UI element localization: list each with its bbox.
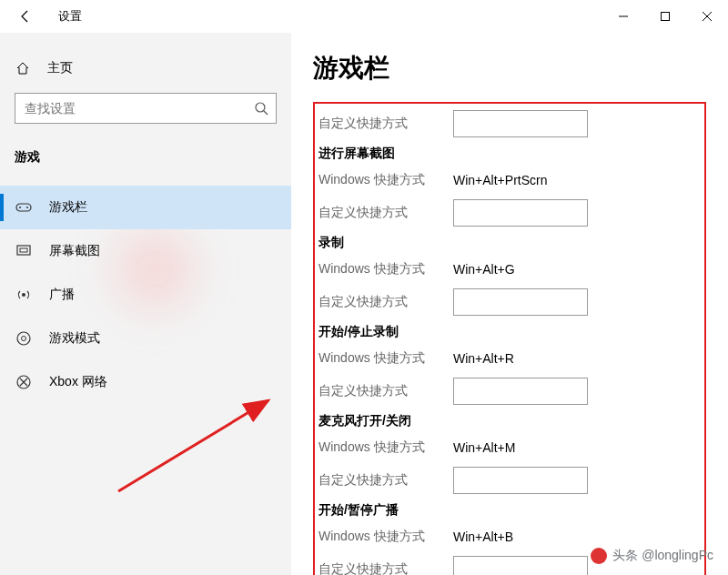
svg-rect-7: [17, 246, 30, 255]
windows-shortcut-value: Win+Alt+R: [453, 351, 514, 366]
watermark-text: 头条 @longlingPc: [612, 548, 713, 564]
group-title-broadcast: 开始/暂停广播: [318, 502, 701, 519]
custom-shortcut-label: 自定义快捷方式: [318, 383, 453, 399]
custom-shortcut-input-5[interactable]: [453, 556, 588, 575]
sidebar-item-xbox[interactable]: Xbox 网络: [0, 360, 291, 404]
windows-shortcut-value: Win+Alt+G: [453, 262, 515, 277]
custom-shortcut-label: 自定义快捷方式: [318, 561, 453, 575]
watermark-icon: [591, 548, 607, 564]
search-box[interactable]: [15, 93, 277, 124]
svg-rect-1: [662, 13, 670, 21]
highlight-box: 自定义快捷方式 进行屏幕截图 Windows 快捷方式 Win+Alt+PrtS…: [313, 102, 706, 575]
windows-shortcut-label: Windows 快捷方式: [318, 350, 453, 367]
content-area: 游戏栏 自定义快捷方式 进行屏幕截图 Windows 快捷方式 Win+Alt+…: [291, 33, 728, 575]
svg-point-5: [19, 207, 21, 208]
xbox-icon: [15, 373, 33, 391]
group-title-startstop: 开始/停止录制: [318, 324, 701, 340]
gamemode-icon: [15, 329, 33, 348]
home-icon: [15, 60, 31, 76]
screenshot-icon: [15, 242, 33, 260]
sidebar-item-screenshot[interactable]: 屏幕截图: [0, 229, 291, 273]
windows-shortcut-label: Windows 快捷方式: [318, 529, 453, 545]
watermark: 头条 @longlingPc: [591, 548, 713, 564]
custom-shortcut-input-1[interactable]: [453, 199, 588, 227]
windows-shortcut-label: Windows 快捷方式: [318, 261, 453, 277]
svg-line-3: [264, 111, 268, 115]
sidebar-item-gamemode[interactable]: 游戏模式: [0, 317, 291, 360]
windows-shortcut-value: Win+Alt+B: [453, 530, 513, 544]
home-label: 主页: [47, 60, 73, 76]
custom-shortcut-input-0[interactable]: [453, 110, 588, 137]
sidebar-item-broadcast[interactable]: 广播: [0, 273, 291, 317]
svg-point-10: [17, 332, 30, 345]
broadcast-icon: [15, 286, 33, 304]
custom-shortcut-input-4[interactable]: [453, 467, 588, 494]
page-title: 游戏栏: [313, 51, 706, 86]
svg-rect-4: [16, 204, 31, 211]
close-button[interactable]: [686, 2, 728, 31]
sidebar-item-label: 屏幕截图: [49, 243, 100, 259]
custom-shortcut-input-2[interactable]: [453, 288, 588, 316]
back-button[interactable]: [15, 5, 36, 27]
gamebar-icon: [15, 198, 33, 217]
sidebar-item-label: 广播: [49, 287, 75, 303]
windows-shortcut-label: Windows 快捷方式: [318, 439, 453, 456]
svg-point-11: [22, 337, 26, 341]
search-icon: [254, 101, 268, 116]
windows-shortcut-value: Win+Alt+M: [453, 440, 515, 455]
sidebar-item-label: 游戏栏: [49, 199, 87, 216]
custom-shortcut-label: 自定义快捷方式: [318, 205, 453, 221]
maximize-button[interactable]: [644, 2, 686, 31]
svg-point-6: [26, 207, 28, 208]
custom-shortcut-label: 自定义快捷方式: [318, 116, 453, 132]
svg-point-9: [22, 293, 25, 297]
windows-shortcut-value: Win+Alt+PrtScrn: [453, 173, 547, 187]
search-input[interactable]: [25, 101, 254, 116]
group-title-screenshot: 进行屏幕截图: [318, 146, 701, 162]
custom-shortcut-input-3[interactable]: [453, 378, 588, 405]
group-title-mic: 麦克风打开/关闭: [318, 413, 701, 429]
sidebar-item-label: 游戏模式: [49, 330, 100, 347]
window-title: 设置: [58, 8, 82, 25]
section-title: 游戏: [0, 138, 291, 177]
minimize-button[interactable]: [602, 2, 644, 31]
home-link[interactable]: 主页: [0, 51, 291, 86]
windows-shortcut-label: Windows 快捷方式: [318, 172, 453, 188]
sidebar-item-label: Xbox 网络: [49, 374, 107, 390]
group-title-record: 录制: [318, 235, 701, 251]
custom-shortcut-label: 自定义快捷方式: [318, 294, 453, 310]
custom-shortcut-label: 自定义快捷方式: [318, 472, 453, 489]
sidebar-item-gamebar[interactable]: 游戏栏: [0, 186, 291, 229]
sidebar: 主页 游戏 游戏栏 屏幕截图: [0, 33, 291, 575]
svg-point-2: [256, 103, 265, 112]
svg-rect-8: [20, 248, 27, 252]
